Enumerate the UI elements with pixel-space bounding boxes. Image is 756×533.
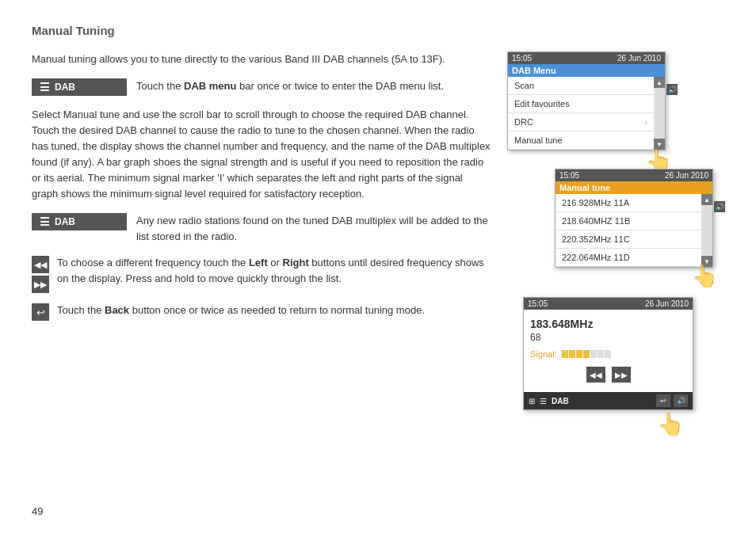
screen3-date: 26 Jun 2010 <box>645 299 689 308</box>
screen-dab-menu: 15:05 26 Jun 2010 DAB Menu Scan Edit fav… <box>507 51 666 150</box>
volume-indicator-2: 🔊 <box>714 201 725 212</box>
volume-footer-btn[interactable]: 🔊 <box>674 394 688 407</box>
rewind-button[interactable]: ◀◀ <box>586 367 605 383</box>
screen3-footer: ⊞ ☰ DAB ↩ 🔊 <box>524 392 693 409</box>
instruction-text-1: Touch the DAB menu bar once or twice to … <box>136 78 444 94</box>
volume-indicator: 🔊 <box>666 84 678 95</box>
page-number: 49 <box>32 505 43 517</box>
instruction-text-3: To choose a different frequency touch th… <box>57 255 491 286</box>
instruction-block-2: ☰ DAB Any new radio stations found on th… <box>32 213 491 244</box>
screenshots-container: 15:05 26 Jun 2010 DAB Menu Scan Edit fav… <box>507 51 705 463</box>
signal-bars <box>562 350 611 358</box>
signal-bar-4 <box>583 350 590 358</box>
rewind-icon: ◀◀ <box>32 256 49 273</box>
dab-label-2: DAB <box>55 216 75 227</box>
screen2-title: Manual tune <box>556 181 712 194</box>
dab-label-1: DAB <box>55 82 75 93</box>
freq-item-11a[interactable]: 216.928MHz 11A <box>556 194 701 212</box>
freq-display: 183.648MHz 68 Signal: <box>524 310 693 392</box>
frequency-value: 183.648MHz <box>530 318 686 330</box>
signal-row: Signal: <box>530 349 686 359</box>
intro-paragraph: Manual tuning allows you to tune directl… <box>32 51 491 67</box>
instruction-block-4: ↩ Touch the Back button once or twice as… <box>32 303 491 321</box>
signal-bar-5 <box>590 350 597 358</box>
screen-manual-tune: 15:05 26 Jun 2010 Manual tune 216.928MHz… <box>555 169 713 268</box>
chevron-right-icon: › <box>645 118 647 127</box>
screen-frequency: 15:05 26 Jun 2010 183.648MHz 68 Signal: <box>523 297 693 410</box>
screen1-date: 26 Jun 2010 <box>617 54 661 63</box>
screen3-time: 15:05 <box>528 299 548 308</box>
screen2-time: 15:05 <box>559 171 579 180</box>
footer-buttons: ↩ 🔊 <box>656 394 688 407</box>
screen2-scrollbar[interactable]: ▲ ▼ <box>701 194 712 267</box>
scroll-down-arrow[interactable]: ▼ <box>654 139 665 150</box>
forward-button[interactable]: ▶▶ <box>612 367 631 383</box>
freq-item-11c[interactable]: 220.352MHz 11C <box>556 230 701 249</box>
body-paragraph-1: Select Manual tune and use the scroll ba… <box>32 107 491 203</box>
back-footer-btn[interactable]: ↩ <box>656 394 670 407</box>
signal-bar-2 <box>569 350 575 358</box>
signal-bar-1 <box>562 350 568 358</box>
freq-item-11d[interactable]: 222.064MHz 11D <box>556 249 701 267</box>
scroll-down-arrow-2[interactable]: ▼ <box>701 256 712 267</box>
screen1-body: Scan Edit favourites DRC › Manual tune <box>508 77 665 150</box>
screen1-title: DAB Menu <box>508 64 665 77</box>
channel-value: 68 <box>530 332 686 343</box>
menu-lines-icon-2: ☰ <box>40 215 50 228</box>
forward-icon: ▶▶ <box>32 276 49 293</box>
grid-icon: ⊞ <box>529 397 535 405</box>
hand-cursor-3: 👆 <box>657 411 685 437</box>
right-column: 15:05 26 Jun 2010 DAB Menu Scan Edit fav… <box>507 51 705 463</box>
left-column: Manual tuning allows you to tune directl… <box>32 51 491 463</box>
page-title: Manual Tuning <box>32 24 724 37</box>
screen3-header: 15:05 26 Jun 2010 <box>524 298 693 310</box>
screen2-date: 26 Jun 2010 <box>665 171 708 180</box>
signal-label: Signal: <box>530 349 557 359</box>
instruction-block-3: ◀◀ ▶▶ To choose a different frequency to… <box>32 255 491 293</box>
dab-bar-1: ☰ DAB <box>32 78 127 96</box>
instruction-block-1: ☰ DAB Touch the DAB menu bar once or twi… <box>32 78 491 96</box>
back-icon: ↩ <box>32 303 49 321</box>
menu-item-edit-favs[interactable]: Edit favourites <box>508 95 654 113</box>
screen1-time: 15:05 <box>512 54 532 63</box>
signal-bar-6 <box>598 350 604 358</box>
screen1-scrollbar[interactable]: ▲ ▼ <box>654 77 665 150</box>
screen2-menu-list: 216.928MHz 11A 218.640MHZ 11B 220.352MHz… <box>556 194 701 267</box>
signal-bar-7 <box>605 350 611 358</box>
playback-controls: ◀◀ ▶▶ <box>530 367 686 383</box>
scroll-up-arrow[interactable]: ▲ <box>654 77 665 88</box>
menu-item-scan[interactable]: Scan <box>508 77 654 95</box>
menu-icon-footer: ☰ <box>540 397 547 405</box>
menu-lines-icon: ☰ <box>40 81 50 93</box>
screen2-header: 15:05 26 Jun 2010 <box>556 169 712 181</box>
instruction-text-4: Touch the Back button once or twice as n… <box>57 303 425 318</box>
screen1-header: 15:05 26 Jun 2010 <box>508 52 665 64</box>
freq-item-11b[interactable]: 218.640MHZ 11B <box>556 212 701 230</box>
instruction-text-2: Any new radio stations found on the tune… <box>136 213 491 244</box>
scroll-up-arrow-2[interactable]: ▲ <box>701 194 712 205</box>
dab-bar-2: ☰ DAB <box>32 213 127 230</box>
menu-item-drc[interactable]: DRC › <box>508 113 654 131</box>
footer-dab-label: DAB <box>552 397 651 405</box>
menu-item-manual-tune[interactable]: Manual tune <box>508 131 654 150</box>
signal-bar-3 <box>576 350 582 358</box>
screen1-menu: Scan Edit favourites DRC › Manual tune <box>508 77 654 150</box>
screen2-body: 216.928MHz 11A 218.640MHZ 11B 220.352MHz… <box>556 194 712 267</box>
screen2-menu: 216.928MHz 11A 218.640MHZ 11B 220.352MHz… <box>556 194 701 267</box>
screen1-menu-list: Scan Edit favourites DRC › Manual tune <box>508 77 654 150</box>
